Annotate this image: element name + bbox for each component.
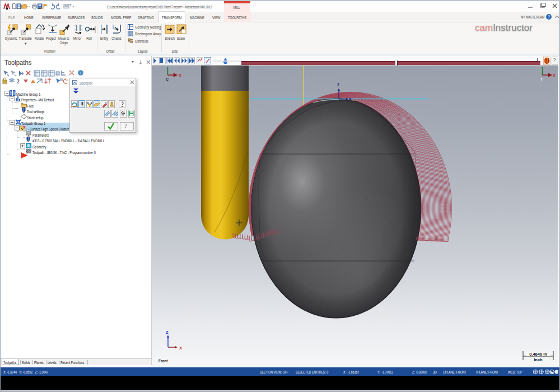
svg-text:T: T [540, 77, 543, 81]
svg-text:?: ? [548, 15, 550, 20]
svg-text:X: X [179, 346, 182, 351]
svg-text:X: X [349, 97, 352, 101]
svg-text:Inch: Inch [534, 357, 543, 362]
svg-text:C: C [166, 77, 169, 81]
svg-text:Z: Z [166, 330, 169, 335]
svg-text:X: X [553, 73, 556, 77]
svg-text:?: ? [69, 3, 72, 7]
svg-text:X: X [179, 73, 181, 77]
svg-text:Z: Z [337, 83, 340, 87]
svg-text:0.4640 in: 0.4640 in [529, 352, 547, 357]
